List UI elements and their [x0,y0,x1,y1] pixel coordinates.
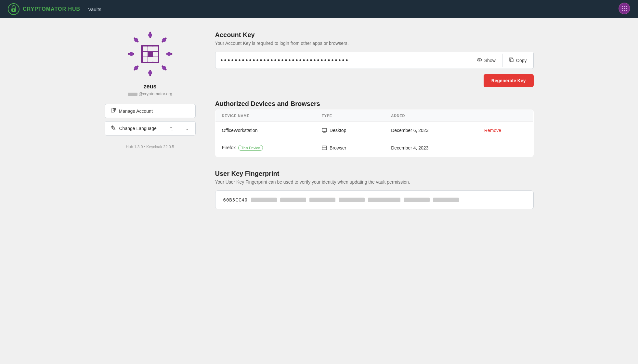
fingerprint-box: 60B5CC40 [215,190,534,209]
device-type-label: Desktop [330,128,346,133]
svg-point-41 [477,58,482,61]
user-avatar-container [127,31,173,78]
email-redacted-part [128,93,137,96]
svg-rect-6 [626,6,627,7]
sidebar: zeus @cryptomator.org Manage Account Cha [105,31,196,222]
fp-redact-2 [280,198,306,202]
svg-point-28 [134,66,138,70]
device-type-cell: Browser [315,139,384,157]
table-row: FirefoxThis DeviceBrowserDecember 4, 202… [215,139,533,157]
user-avatar-large [127,31,173,77]
change-language-label: Change Language [119,126,157,131]
svg-rect-36 [143,57,148,62]
account-key-description: Your Account Key is required to login fr… [215,41,534,46]
browser-icon [322,145,327,150]
user-avatar-icon[interactable] [618,3,630,14]
svg-rect-35 [153,52,158,57]
svg-rect-7 [622,8,623,9]
fp-redact-3 [309,198,335,202]
main-content: Account Key Your Account Key is required… [215,31,534,222]
device-name: Firefox [222,145,236,150]
svg-point-25 [167,52,171,56]
devices-section: Authorized Devices and Browsers DEVICE N… [215,100,534,157]
col-device-name: DEVICE NAME [215,110,315,122]
nav-vaults[interactable]: Vaults [88,5,101,13]
remove-device-button[interactable]: Remove [484,128,501,133]
account-key-row: Show Copy [215,52,534,69]
fingerprint-section: User Key Fingerprint Your User Key Finge… [215,170,534,209]
copy-icon [509,58,514,63]
svg-point-22 [148,33,152,37]
col-added: ADDED [384,110,478,122]
chevron-down-icon: ⌃̲ [169,126,173,131]
account-key-input[interactable] [215,52,470,69]
fingerprint-title: User Key Fingerprint [215,170,534,177]
change-language-button[interactable]: Change Language ⌃̲ ⌄ [105,121,196,136]
devices-table: DEVICE NAME TYPE ADDED OfficeWorkstation… [215,110,534,157]
language-icon [111,125,116,132]
show-key-button[interactable]: Show [470,53,502,67]
manage-account-label: Manage Account [119,109,153,114]
svg-rect-5 [624,6,625,7]
app-title: CRYPTOMATOR HUB [23,6,80,12]
svg-rect-37 [148,57,153,62]
svg-point-23 [148,71,152,75]
devices-title: Authorized Devices and Browsers [215,100,534,108]
device-name-cell: FirefoxThis Device [215,139,315,157]
external-link-icon [111,108,116,114]
svg-rect-43 [510,59,513,62]
device-action-cell: Remove [478,122,533,139]
fp-redact-5 [368,198,400,202]
account-key-title: Account Key [215,31,534,39]
table-row: OfficeWorkstationDesktopDecember 6, 2023… [215,122,533,139]
version-info: Hub 1.3.0 • Keycloak 22.0.5 [126,145,174,149]
main-layout: zeus @cryptomator.org Manage Account Cha [92,31,547,222]
svg-rect-45 [322,146,327,150]
svg-rect-10 [622,10,623,11]
copy-key-button[interactable]: Copy [502,54,533,67]
desktop-icon [322,128,327,133]
eye-icon [477,57,482,63]
svg-rect-9 [626,8,627,9]
device-added-cell: December 6, 2023 [384,122,478,139]
svg-point-29 [162,66,166,70]
svg-rect-12 [626,10,627,11]
fp-redact-7 [433,198,459,202]
svg-rect-4 [622,6,623,7]
manage-account-button[interactable]: Manage Account [105,104,196,118]
table-header-row: DEVICE NAME TYPE ADDED [215,110,533,122]
svg-rect-39 [148,52,153,57]
device-name-cell: OfficeWorkstation [215,122,315,139]
cryptomator-logo-icon [8,3,20,15]
logo-group: CRYPTOMATOR HUB [8,3,80,15]
email-domain: @cryptomator.org [139,91,173,96]
fingerprint-description: Your User Key Fingerprint can be used to… [215,179,534,185]
svg-rect-2 [13,9,14,11]
copy-label: Copy [516,58,527,63]
col-action [478,110,533,122]
device-name: OfficeWorkstation [222,128,258,133]
col-type: TYPE [315,110,384,122]
svg-rect-38 [153,57,158,62]
fp-redact-6 [404,198,430,202]
this-device-badge: This Device [238,145,263,151]
show-label: Show [484,58,496,63]
regenerate-key-button[interactable]: Regenerate Key [484,74,534,87]
svg-point-27 [162,38,166,42]
svg-rect-32 [148,46,153,51]
svg-rect-8 [624,8,625,9]
device-action-cell [478,139,533,157]
svg-point-24 [129,52,133,56]
account-key-section: Account Key Your Account Key is required… [215,31,534,87]
svg-point-42 [479,59,480,60]
device-type-label: Browser [330,145,346,150]
svg-rect-44 [322,128,327,132]
svg-rect-31 [143,46,148,51]
svg-rect-34 [143,52,148,57]
chevron-icon: ⌄ [185,126,189,131]
svg-point-26 [134,38,138,42]
fp-redact-1 [251,198,277,202]
user-email: @cryptomator.org [128,91,172,96]
username: zeus [143,83,156,90]
top-navigation: CRYPTOMATOR HUB Vaults [0,0,638,18]
